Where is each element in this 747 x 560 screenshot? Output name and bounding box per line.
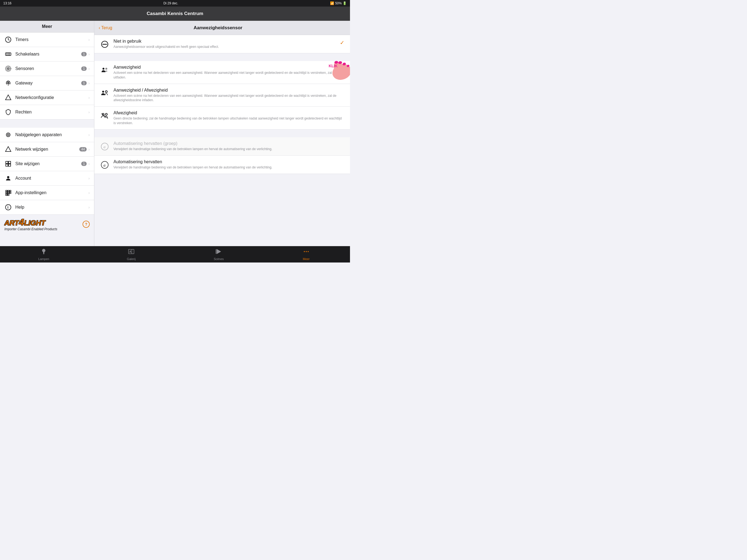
- site-icon: [4, 160, 12, 168]
- svg-point-5: [7, 68, 9, 70]
- schakelaars-badge: 1: [81, 52, 87, 56]
- back-label: Terug: [101, 25, 112, 30]
- chevron-icon: ›: [88, 52, 90, 56]
- svg-point-39: [334, 61, 338, 64]
- chevron-icon: ›: [88, 110, 90, 114]
- tab-galerij[interactable]: A Galerij: [87, 248, 175, 261]
- svg-text:a: a: [103, 163, 106, 167]
- section-gap-3: [94, 174, 350, 187]
- netwerkconfiguratie-label: Netwerkconfiguratie: [15, 95, 88, 100]
- chevron-icon: ›: [88, 67, 90, 71]
- chevron-icon: ›: [88, 205, 90, 209]
- chevron-icon: ›: [88, 147, 90, 152]
- sidebar-header: Meer: [0, 21, 94, 32]
- check-icon: ✓: [340, 40, 344, 46]
- section-gap-1: [94, 53, 350, 61]
- battery-icon: 🔋: [343, 1, 347, 5]
- svg-point-12: [6, 133, 10, 137]
- sensor-icon: [4, 65, 12, 73]
- option-afwezigheid[interactable]: Afwezigheid Geen directe bediening; zal …: [94, 107, 350, 130]
- option-aanwezigheid[interactable]: Aanwezigheid Activeert een scène na het …: [94, 61, 350, 84]
- logo: ART4LIGHT Importer Casambi Enabled Produ…: [4, 218, 57, 231]
- status-time: 13:16: [3, 1, 11, 5]
- help-circle-button[interactable]: ?: [83, 221, 90, 228]
- detail-header: ‹ Terug Aanwezigheidssensor: [94, 21, 350, 35]
- automatisering-title: Automatisering hervatten: [113, 159, 344, 164]
- sidebar-item-timers[interactable]: Timers ›: [0, 32, 94, 47]
- chevron-icon: ›: [88, 133, 90, 137]
- site-wijzigen-badge: 1: [81, 161, 87, 166]
- svg-point-37: [345, 65, 350, 75]
- nabijgelegen-label: Nabijgelegen apparaten: [15, 132, 88, 137]
- automatisering-desc: Verwijdert de handmatige bediening van d…: [113, 165, 344, 170]
- option-automatisering[interactable]: a Automatisering hervatten Verwijdert de…: [94, 156, 350, 174]
- account-icon: [4, 175, 12, 182]
- sidebar: Meer Timers › Schakelaars 1 › Sensoren 1: [0, 21, 94, 246]
- svg-marker-13: [5, 147, 11, 152]
- option-automatisering-groep: a Automatisering hervatten (groep) Verwi…: [94, 137, 350, 156]
- sidebar-item-netwerk-wijzigen[interactable]: Netwerk wijzigen 44 ›: [0, 142, 94, 157]
- sidebar-item-netwerkconfiguratie[interactable]: Netwerkconfiguratie ›: [0, 91, 94, 105]
- sidebar-item-account[interactable]: Account ›: [0, 171, 94, 186]
- svg-point-44: [105, 91, 107, 93]
- sidebar-item-gateway[interactable]: Gateway 1 ›: [0, 76, 94, 91]
- tab-bar: Lampen A Galerij Scènes Mee: [0, 246, 350, 262]
- sidebar-separator-1: [0, 120, 94, 128]
- tab-galerij-label: Galerij: [127, 257, 136, 261]
- svg-point-31: [103, 68, 104, 70]
- aanwezigheid-title: Aanwezigheid: [113, 65, 344, 70]
- sidebar-item-help[interactable]: i Help ›: [0, 200, 94, 215]
- aanwezigheid-text: Aanwezigheid Activeert een scène na het …: [113, 65, 344, 80]
- sidebar-item-site-wijzigen[interactable]: Site wijzigen 1 ›: [0, 157, 94, 171]
- back-chevron: ‹: [99, 25, 100, 30]
- automatisering-text: Automatisering hervatten Verwijdert de h…: [113, 159, 344, 170]
- network2-icon: [4, 146, 12, 153]
- svg-point-60: [304, 251, 305, 252]
- svg-rect-26: [8, 194, 9, 196]
- logo-name: ART4LIGHT: [4, 218, 57, 227]
- status-right: 📶 50% 🔋: [330, 1, 347, 5]
- svg-rect-17: [8, 164, 11, 166]
- chevron-icon: ›: [88, 96, 90, 100]
- presence-icon: [100, 65, 110, 75]
- svg-point-38: [338, 61, 342, 64]
- sidebar-item-sensoren[interactable]: Sensoren 1 ›: [0, 61, 94, 76]
- sidebar-item-schakelaars[interactable]: Schakelaars 1 ›: [0, 47, 94, 61]
- back-button[interactable]: ‹ Terug: [99, 25, 112, 30]
- tab-scenes[interactable]: Scènes: [175, 248, 262, 261]
- help-label: Help: [15, 205, 88, 210]
- niet-in-gebruik-text: Niet in gebruik Aanwezigheidssensor word…: [113, 39, 337, 49]
- svg-point-8: [8, 82, 9, 84]
- automatisering-groep-desc: Verwijdert de handmatige bediening van d…: [113, 147, 344, 152]
- network-icon: [4, 94, 12, 101]
- tab-meer[interactable]: Meer: [262, 248, 350, 261]
- app-title: Casambi Kennis Centrum: [147, 11, 203, 17]
- svg-marker-10: [5, 95, 11, 100]
- chevron-icon: ›: [88, 81, 90, 85]
- detail-panel: ‹ Terug Aanwezigheidssensor Niet in gebr…: [94, 21, 350, 246]
- option-niet-in-gebruik[interactable]: Niet in gebruik Aanwezigheidssensor word…: [94, 35, 350, 53]
- afwezigheid-text: Afwezigheid Geen directe bediening; zal …: [113, 110, 344, 126]
- option-section-1: Niet in gebruik Aanwezigheidssensor word…: [94, 35, 350, 53]
- sidebar-item-rechten[interactable]: Rechten ›: [0, 105, 94, 120]
- rechten-label: Rechten: [15, 110, 88, 114]
- scenes-icon: [215, 248, 222, 256]
- tab-lampen[interactable]: Lampen: [0, 248, 87, 261]
- svg-text:a: a: [103, 144, 106, 149]
- auto-a-icon: a: [100, 160, 110, 170]
- option-section-2: Aanwezigheid Activeert een scène na het …: [94, 61, 350, 130]
- aanwezigheid-afwezigheid-title: Aanwezigheid / Afwezigheid: [113, 88, 344, 93]
- settings-icon: [4, 189, 12, 197]
- sidebar-item-nabijgelegen[interactable]: Nabijgelegen apparaten ›: [0, 128, 94, 142]
- svg-point-46: [105, 113, 107, 116]
- netwerk-wijzigen-label: Netwerk wijzigen: [15, 147, 79, 152]
- svg-marker-58: [217, 249, 221, 254]
- sensoren-badge: 1: [81, 67, 87, 71]
- gateway-icon: [4, 79, 12, 87]
- sidebar-item-app-instellingen[interactable]: App-instellingen ›: [0, 186, 94, 200]
- option-aanwezigheid-afwezigheid[interactable]: Aanwezigheid / Afwezigheid Activeert een…: [94, 84, 350, 107]
- switch-icon: [4, 50, 12, 58]
- aanwezigheid-afwezigheid-text: Aanwezigheid / Afwezigheid Activeert een…: [113, 88, 344, 103]
- chevron-icon: ›: [88, 176, 90, 180]
- gateway-badge: 1: [81, 81, 87, 85]
